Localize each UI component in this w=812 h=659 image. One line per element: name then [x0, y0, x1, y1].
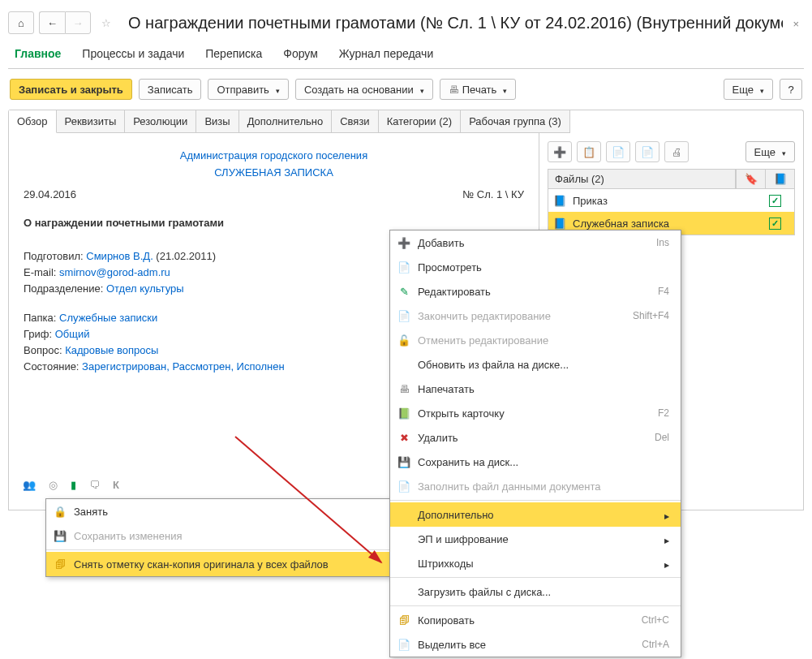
back-button[interactable]: ←: [39, 11, 65, 34]
caret-icon: [500, 84, 507, 96]
grif-link[interactable]: Общий: [55, 328, 90, 340]
word-icon: 📘: [553, 218, 568, 230]
menu-separator: [390, 577, 681, 578]
main-tab-journal[interactable]: Журнал передачи: [336, 42, 436, 68]
menu-view[interactable]: 📄Просмотреть: [390, 255, 681, 279]
main-tab-forum[interactable]: Форум: [280, 42, 321, 68]
menu-copy[interactable]: 🗐КопироватьCtrl+C: [390, 608, 681, 632]
subtab-visas[interactable]: Визы: [196, 110, 238, 133]
file-name: Приказ: [573, 195, 721, 207]
files-col-scan[interactable]: 📘: [765, 170, 794, 188]
file-row[interactable]: 📘 Приказ ✓: [548, 189, 794, 212]
menu-finish-edit: 📄Закончить редактированиеShift+F4: [390, 304, 681, 328]
save-icon: 💾: [53, 528, 67, 543]
menu-sign[interactable]: ЭП и шифрование: [390, 527, 681, 551]
arrow-left-icon: ←: [47, 17, 58, 29]
menu-open-card[interactable]: 📗Открыть карточкуF2: [390, 401, 681, 425]
menu-fill-file: 📄Заполнить файл данными документа: [390, 474, 681, 498]
subtab-additional[interactable]: Дополнительно: [239, 110, 333, 133]
subtab-workgroup[interactable]: Рабочая группа (3): [461, 110, 570, 133]
menu-separator: [390, 500, 681, 501]
question-link[interactable]: Кадровые вопросы: [65, 344, 158, 356]
doc-type-link[interactable]: СЛУЖЕБНАЯ ЗАПИСКА: [214, 166, 333, 179]
caret-icon: [273, 84, 280, 96]
more-button[interactable]: Еще: [724, 79, 773, 100]
create-based-button[interactable]: Создать на основании: [295, 79, 433, 100]
menu-load-disk[interactable]: Загрузить файлы с диска...: [390, 579, 681, 604]
copy-icon: 🗐: [53, 557, 67, 571]
menu-print[interactable]: 🖶Напечатать: [390, 377, 681, 401]
subtab-resolutions[interactable]: Резолюции: [125, 110, 196, 133]
menu-add[interactable]: ➕ДобавитьIns: [390, 230, 681, 255]
state-link[interactable]: Зарегистрирован, Рассмотрен, Исполнен: [82, 360, 285, 373]
grif-label: Гриф:: [24, 328, 55, 340]
menu-update-file[interactable]: Обновить из файла на диске...: [390, 352, 681, 377]
menu-additional[interactable]: Дополнительно: [390, 502, 681, 527]
page-title: О награждении почетными грамотами (№ Сл.…: [128, 14, 783, 32]
doc-icon: 📄: [612, 146, 625, 158]
close-button[interactable]: ×: [788, 15, 804, 32]
star-icon: ☆: [101, 17, 111, 29]
word-icon: 📘: [553, 195, 568, 207]
org-link[interactable]: Администрация городского поселения: [180, 149, 367, 162]
scan-icon: 🖨: [672, 146, 682, 158]
email-link[interactable]: smirnov@gorod-adm.ru: [59, 266, 170, 278]
main-tab-correspondence[interactable]: Переписка: [202, 42, 265, 68]
files-col-signed[interactable]: 🔖: [736, 170, 765, 188]
more-files-button[interactable]: Еще: [745, 141, 795, 162]
home-icon: ⌂: [18, 17, 24, 29]
dept-link[interactable]: Отдел культуры: [106, 282, 184, 295]
question-label: Вопрос:: [24, 344, 65, 356]
doc-icon: 📄: [397, 308, 411, 323]
chart-icon[interactable]: ▮: [71, 479, 76, 491]
subtab-requisites[interactable]: Реквизиты: [57, 110, 126, 133]
save-close-button[interactable]: Записать и закрыть: [10, 79, 132, 100]
files-header-title[interactable]: Файлы (2): [548, 170, 736, 188]
help-button[interactable]: ?: [780, 79, 802, 100]
dept-label: Подразделение:: [24, 282, 106, 295]
doc-icon: 📄: [641, 146, 654, 158]
arrow-right-icon: [664, 509, 669, 521]
caret-icon: [757, 84, 764, 96]
prepared-label: Подготовил:: [24, 250, 86, 262]
menu-barcodes[interactable]: Штрихкоды: [390, 551, 681, 575]
main-tab-glavnoe[interactable]: Главное: [11, 42, 64, 68]
letter-k-icon[interactable]: К: [113, 479, 119, 491]
printer-icon: 🖶: [449, 84, 459, 96]
favorite-button[interactable]: ☆: [96, 12, 117, 33]
subtab-links[interactable]: Связи: [332, 110, 378, 133]
chat-icon[interactable]: 🗨: [89, 479, 100, 491]
send-button[interactable]: Отправить: [208, 79, 288, 100]
home-button[interactable]: ⌂: [8, 11, 34, 34]
prepared-link[interactable]: Смирнов В.Д.: [86, 250, 153, 262]
stamp-icon: 🔖: [745, 173, 758, 185]
menu-save-disk[interactable]: 💾Сохранить на диск...: [390, 450, 681, 474]
subtab-categories[interactable]: Категории (2): [379, 110, 462, 133]
context-menu-big: ➕ДобавитьIns 📄Просмотреть ✎Редактировать…: [389, 230, 681, 657]
users-icon[interactable]: 👥: [23, 479, 36, 491]
save-button[interactable]: Записать: [139, 79, 202, 100]
menu-select-all[interactable]: 📄Выделить всеCtrl+A: [390, 632, 681, 657]
card-icon: 📗: [397, 406, 411, 420]
doc-button-1[interactable]: 📄: [606, 141, 630, 162]
scan-button[interactable]: 🖨: [664, 141, 689, 162]
doc-button-2[interactable]: 📄: [635, 141, 659, 162]
main-tab-processes[interactable]: Процессы и задачи: [79, 42, 187, 68]
subtab-overview[interactable]: Обзор: [9, 110, 57, 133]
clipboard-button[interactable]: 📋: [577, 141, 601, 162]
forward-button[interactable]: →: [65, 11, 91, 34]
prepared-date: (21.02.2011): [153, 250, 216, 262]
plus-icon: ➕: [553, 146, 566, 158]
target-icon[interactable]: ◎: [49, 479, 58, 491]
doc-subject: О награждении почетными грамотами: [24, 217, 524, 229]
menu-delete[interactable]: ✖УдалитьDel: [390, 425, 681, 450]
print-button[interactable]: 🖶Печать: [440, 79, 517, 100]
svg-line-0: [235, 437, 381, 562]
edit-icon: ✎: [397, 284, 411, 299]
menu-edit[interactable]: ✎РедактироватьF4: [390, 279, 681, 304]
folder-link[interactable]: Служебные записки: [59, 312, 157, 324]
menu-cancel-edit: 🔓Отменить редактирование: [390, 328, 681, 352]
menu-separator: [390, 605, 681, 606]
add-file-button[interactable]: ➕: [548, 141, 572, 162]
doc-regnum: № Сл. 1 \ КУ: [462, 188, 524, 200]
